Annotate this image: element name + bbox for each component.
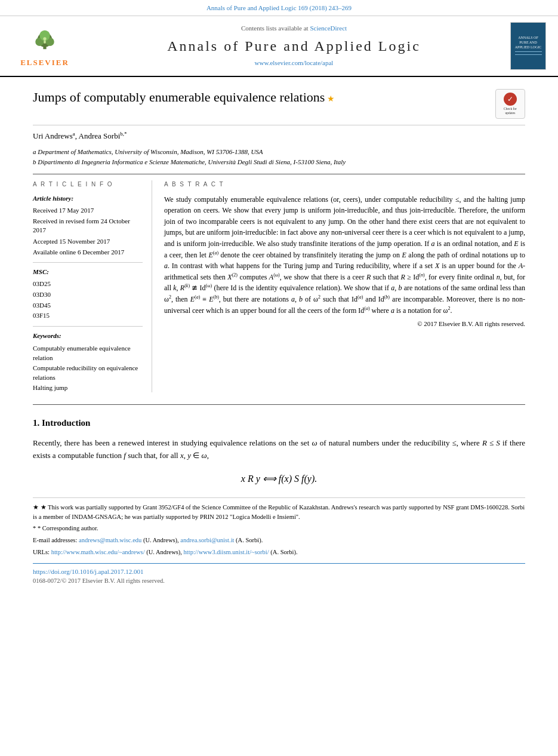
section-1-heading: 1. Introduction — [33, 417, 525, 430]
elsevier-wordmark: ELSEVIER — [20, 57, 69, 69]
received-date: Received 17 May 2017 — [33, 206, 143, 215]
two-col-section: A R T I C L E I N F O Article history: R… — [33, 174, 525, 392]
url1-attr: (U. Andrews), — [146, 549, 182, 555]
url-label: URLs: — [33, 549, 50, 555]
abstract-header: A B S T R A C T — [164, 180, 525, 189]
footnote-star-icon: ★ — [33, 504, 41, 511]
msc-code-2: 03D30 — [33, 290, 143, 300]
keyword-2: Computable reducibility on equivalence r… — [33, 363, 143, 383]
article-info-header: A R T I C L E I N F O — [33, 180, 143, 189]
journal-title: Annals of Pure and Applied Logic — [84, 36, 504, 57]
footnote-corresponding: * * Corresponding author. — [33, 524, 525, 533]
url2-attr: (A. Sorbi). — [270, 549, 297, 555]
svg-point-5 — [43, 37, 46, 40]
abstract-col: A B S T R A C T We study computably enum… — [164, 180, 525, 392]
url1-link[interactable]: http://www.math.wisc.edu/~andrews/ — [51, 549, 145, 555]
contents-available-line: Contents lists available at ScienceDirec… — [84, 24, 504, 33]
citation-text: Annals of Pure and Applied Logic 169 (20… — [206, 4, 352, 11]
affil-a: a Department of Mathematics, University … — [33, 147, 525, 157]
title-text: Jumps of computably enumerable equivalen… — [33, 90, 325, 105]
footnotes-section: ★ ★ This work was partially supported by… — [33, 497, 525, 557]
star-footnote-icon: ★ — [327, 94, 335, 103]
footnote-emails: E-mail addresses: andrews@math.wisc.edu … — [33, 536, 525, 545]
email2-attr: (A. Sorbi). — [236, 537, 263, 543]
issn-line: 0168-0072/© 2017 Elsevier B.V. All right… — [33, 576, 525, 585]
formula-xRy: x R y ⟺ f(x) S f(y). — [33, 472, 525, 485]
journal-header: ELSEVIER Contents lists available at Sci… — [0, 16, 558, 77]
available-date: Available online 6 December 2017 — [33, 248, 143, 257]
keyword-1: Computably enumerable equivalence relati… — [33, 343, 143, 363]
corresponding-sup: ,* — [123, 131, 127, 137]
msc-code-4: 03F15 — [33, 311, 143, 321]
abstract-text: We study computably enumerable equivalen… — [164, 194, 525, 316]
elsevier-logo — [15, 23, 75, 56]
keyword-3: Halting jump — [33, 383, 143, 393]
email2-link[interactable]: andrea.sorbi@unist.it — [180, 537, 234, 543]
divider-2 — [33, 326, 143, 327]
history-title: Article history: — [33, 194, 143, 204]
accepted-date: Accepted 15 November 2017 — [33, 237, 143, 246]
email1-attr: (U. Andrews), — [143, 537, 179, 543]
journal-url[interactable]: www.elsevier.com/locate/apal — [84, 59, 504, 68]
authors-line: Uri Andrewsa, Andrea Sorbib,* — [33, 130, 525, 142]
url2-link[interactable]: http://www3.diism.unist.it/~sorbi/ — [184, 549, 269, 555]
citation-bar: Annals of Pure and Applied Logic 169 (20… — [0, 0, 558, 16]
intro-paragraph-1: Recently, there has been a renewed inter… — [33, 437, 525, 462]
check-updates-badge[interactable]: ✓ Check forupdates — [495, 89, 525, 119]
badge-label: Check forupdates — [504, 107, 517, 115]
main-content: 1. Introduction Recently, there has been… — [33, 404, 525, 485]
footnote-corresponding-symbol: * — [33, 525, 38, 531]
cover-line-1 — [515, 51, 542, 52]
doi-link[interactable]: https://doi.org/10.1016/j.apal.2017.12.0… — [33, 567, 525, 577]
svg-rect-6 — [44, 40, 46, 43]
divider-1 — [33, 262, 143, 263]
cover-line-2 — [515, 54, 542, 55]
email-label: E-mail addresses: — [33, 537, 77, 543]
doi-bar: https://doi.org/10.1016/j.apal.2017.12.0… — [33, 563, 525, 586]
msc-codes: 03D25 03D30 03D45 03F15 — [33, 279, 143, 321]
article-info-col: A R T I C L E I N F O Article history: R… — [33, 180, 152, 392]
article-body: Jumps of computably enumerable equivalen… — [0, 77, 558, 598]
footnote-star-text: ★ This work was partially supported by G… — [33, 504, 525, 520]
journal-cover-image: ANNALS OFPURE ANDAPPLIED LOGIC — [510, 22, 546, 70]
footnote-urls: URLs: http://www.math.wisc.edu/~andrews/… — [33, 548, 525, 557]
msc-code-1: 03D25 — [33, 279, 143, 290]
email1-link[interactable]: andrews@math.wisc.edu — [79, 537, 141, 543]
article-title: Jumps of computably enumerable equivalen… — [33, 89, 489, 106]
msc-title: MSC: — [33, 268, 143, 277]
check-circle-icon: ✓ — [504, 93, 517, 106]
affil-b: b Dipartimento di Ingegneria Informatica… — [33, 157, 525, 167]
msc-code-3: 03D45 — [33, 300, 143, 311]
revised-date: Received in revised form 24 October 2017 — [33, 217, 143, 235]
article-title-area: Jumps of computably enumerable equivalen… — [33, 89, 525, 125]
cover-text: ANNALS OFPURE ANDAPPLIED LOGIC — [515, 36, 542, 50]
author-uri: Uri Andrews — [33, 131, 73, 140]
sciencedirect-link[interactable]: ScienceDirect — [310, 24, 347, 32]
journal-center-info: Contents lists available at ScienceDirec… — [84, 24, 504, 69]
tree-icon — [30, 29, 60, 50]
contents-text: Contents lists available at — [241, 24, 309, 32]
abstract-copyright: © 2017 Elsevier B.V. All rights reserved… — [164, 319, 525, 329]
affiliations: a Department of Mathematics, University … — [33, 147, 525, 167]
author-andrea: , Andrea Sorbi — [75, 131, 120, 140]
footnote-star: ★ ★ This work was partially supported by… — [33, 503, 525, 522]
keywords-title: Keywords: — [33, 331, 143, 341]
elsevier-logo-area: ELSEVIER — [12, 23, 78, 69]
footnote-corresponding-text: * Corresponding author. — [38, 525, 98, 531]
